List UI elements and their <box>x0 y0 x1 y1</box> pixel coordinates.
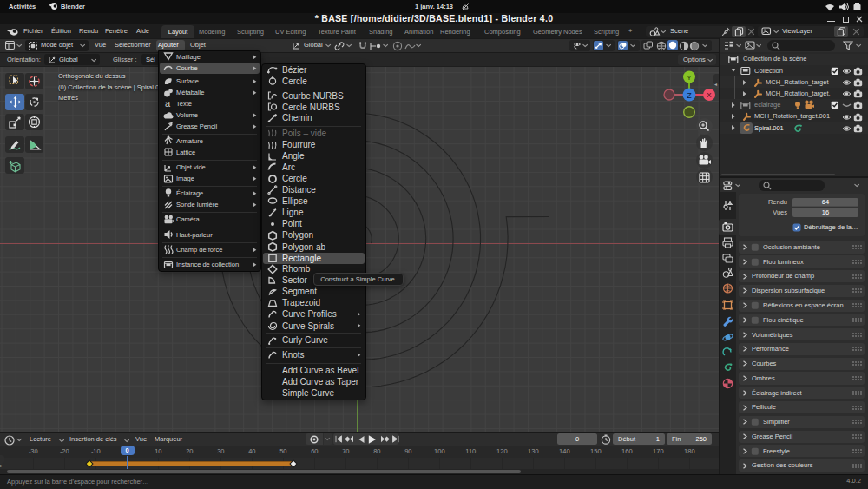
svg-text:Z: Z <box>687 91 691 100</box>
svg-text:X: X <box>707 91 712 99</box>
svg-text:a: a <box>165 98 171 109</box>
svg-text:Y: Y <box>687 74 692 82</box>
